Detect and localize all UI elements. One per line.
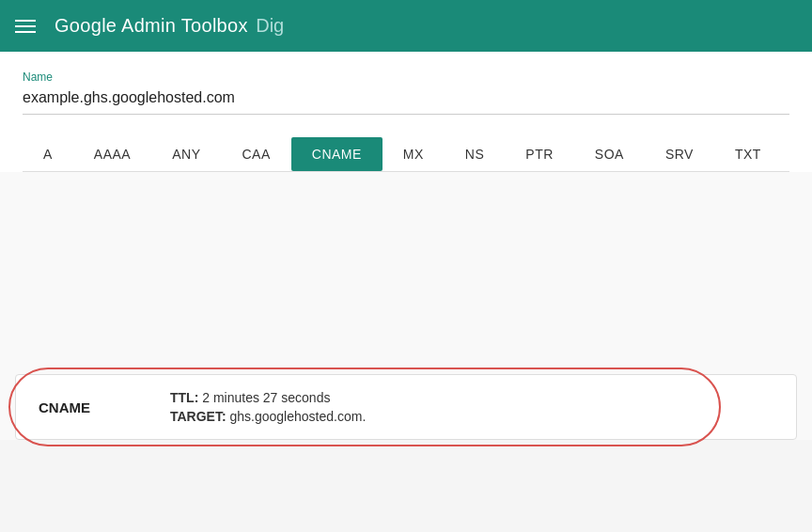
tab-a[interactable]: A [23,137,73,171]
tab-ns[interactable]: NS [445,137,505,171]
main-content: Name A AAAA ANY CAA CNAME MX NS PTR SOA … [0,52,812,172]
target-label: TARGET: [170,409,226,424]
app-section: Dig [256,15,284,36]
header-title-group: Google Admin Toolbox Dig [55,15,284,37]
record-type: CNAME [39,399,151,415]
menu-button[interactable] [15,20,36,33]
record-ttl: TTL: 2 minutes 27 seconds [170,390,366,405]
tab-txt[interactable]: TXT [714,137,782,171]
ttl-value: 2 minutes 27 seconds [202,390,330,405]
tab-any[interactable]: ANY [151,137,221,171]
tab-cname[interactable]: CNAME [291,137,383,171]
app-name: Google Admin Toolbox [55,15,248,36]
tab-ptr[interactable]: PTR [505,137,574,171]
tab-aaaa[interactable]: AAAA [73,137,151,171]
app-header: Google Admin Toolbox Dig [0,0,812,52]
tab-srv[interactable]: SRV [645,137,714,171]
tab-mx[interactable]: MX [383,137,445,171]
result-card-wrapper: CNAME TTL: 2 minutes 27 seconds TARGET: … [0,374,812,440]
tab-caa[interactable]: CAA [222,137,291,171]
record-target: TARGET: ghs.googlehosted.com. [170,409,366,424]
target-value: ghs.googlehosted.com. [230,409,367,424]
name-input[interactable] [23,89,789,115]
dns-type-tabs: A AAAA ANY CAA CNAME MX NS PTR SOA SRV T… [23,137,789,172]
results-area: CNAME TTL: 2 minutes 27 seconds TARGET: … [0,172,812,440]
name-label: Name [23,70,789,84]
tab-soa[interactable]: SOA [574,137,645,171]
result-card: CNAME TTL: 2 minutes 27 seconds TARGET: … [15,374,797,440]
record-details: TTL: 2 minutes 27 seconds TARGET: ghs.go… [170,390,366,424]
ttl-label: TTL: [170,390,198,405]
